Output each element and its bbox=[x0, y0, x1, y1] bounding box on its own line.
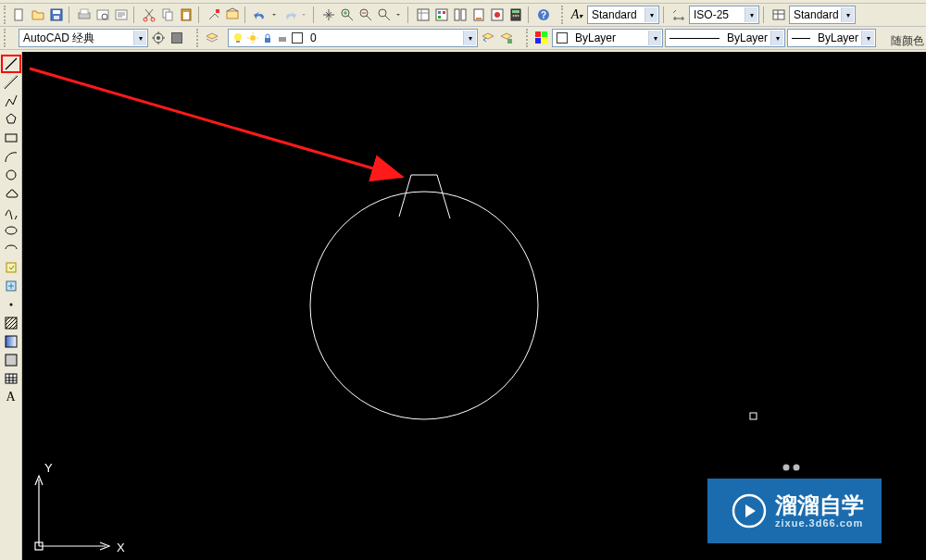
paste-icon[interactable] bbox=[178, 6, 194, 23]
zoom-dropdown-icon[interactable] bbox=[394, 6, 404, 23]
revcloud-tool[interactable] bbox=[2, 185, 20, 202]
svg-rect-32 bbox=[512, 10, 519, 13]
layer-properties-icon[interactable] bbox=[204, 30, 220, 46]
svg-rect-49 bbox=[535, 31, 541, 37]
save-icon[interactable] bbox=[48, 6, 65, 23]
workspace-select[interactable]: AutoCAD 经典▾ bbox=[19, 29, 148, 47]
svg-point-57 bbox=[6, 170, 16, 180]
drawing-canvas[interactable]: Y X 溜溜自学 zixue.3d66.com bbox=[22, 52, 926, 560]
tool-palettes-icon[interactable] bbox=[452, 6, 469, 23]
plot-icon[interactable] bbox=[76, 6, 93, 23]
region-tool[interactable] bbox=[2, 352, 20, 368]
color-control-icon[interactable] bbox=[533, 30, 550, 46]
svg-rect-23 bbox=[443, 11, 445, 14]
markup-icon[interactable] bbox=[489, 6, 506, 23]
layer-states-icon[interactable] bbox=[498, 30, 515, 46]
redo-dropdown-icon[interactable] bbox=[300, 6, 309, 23]
construction-line-tool[interactable] bbox=[2, 74, 20, 91]
open-file-icon[interactable] bbox=[30, 6, 46, 23]
line-tool[interactable] bbox=[2, 56, 20, 72]
linetype-select[interactable]: ByLayer▾ bbox=[665, 29, 785, 47]
grip[interactable] bbox=[196, 29, 200, 47]
cut-icon[interactable] bbox=[141, 6, 157, 23]
svg-rect-65 bbox=[6, 374, 17, 383]
lock-icon bbox=[262, 32, 273, 44]
my-workspace-icon[interactable] bbox=[169, 30, 185, 46]
properties-icon[interactable] bbox=[415, 6, 432, 23]
dim-style-select[interactable]: ISO-25▾ bbox=[689, 6, 759, 24]
gradient-tool[interactable] bbox=[2, 333, 20, 350]
ellipse-tool[interactable] bbox=[2, 222, 20, 239]
arc-tool[interactable] bbox=[2, 148, 20, 165]
quickcalc-icon[interactable] bbox=[507, 6, 524, 23]
table-style-select[interactable]: Standard▾ bbox=[789, 6, 856, 24]
match-props-icon[interactable] bbox=[206, 6, 222, 23]
ucs-x-label: X bbox=[117, 541, 125, 554]
layer-select[interactable]: 0 ▾ bbox=[228, 29, 478, 47]
grip[interactable] bbox=[4, 29, 7, 47]
ucs-icon bbox=[35, 476, 109, 550]
svg-point-19 bbox=[379, 9, 386, 17]
grip[interactable] bbox=[4, 6, 7, 24]
ellipse-arc-tool[interactable] bbox=[2, 241, 20, 257]
watermark-url: zixue.3d66.com bbox=[775, 518, 863, 529]
lightbulb-icon bbox=[232, 32, 244, 44]
polygon-tool[interactable] bbox=[2, 111, 20, 128]
text-tool[interactable]: A bbox=[2, 389, 20, 405]
svg-point-33 bbox=[513, 15, 515, 17]
spline-tool[interactable] bbox=[2, 204, 20, 220]
publish-icon[interactable] bbox=[113, 6, 130, 23]
undo-icon[interactable] bbox=[252, 6, 269, 23]
layer-previous-icon[interactable] bbox=[480, 30, 496, 46]
grip-dot bbox=[783, 465, 790, 471]
svg-rect-59 bbox=[6, 263, 16, 272]
svg-rect-16 bbox=[227, 11, 238, 19]
make-block-tool[interactable] bbox=[2, 278, 20, 294]
grip[interactable] bbox=[561, 6, 565, 24]
svg-rect-3 bbox=[54, 16, 59, 19]
svg-rect-0 bbox=[15, 9, 22, 20]
grip[interactable] bbox=[526, 29, 530, 47]
plot-preview-icon[interactable] bbox=[94, 6, 111, 23]
lineweight-select[interactable]: ByLayer▾ bbox=[787, 29, 876, 47]
insert-block-tool[interactable] bbox=[2, 259, 20, 276]
circle-tool[interactable] bbox=[2, 167, 20, 183]
svg-rect-28 bbox=[476, 18, 482, 19]
new-file-icon[interactable] bbox=[11, 6, 28, 23]
annotation-arrow bbox=[30, 68, 402, 177]
polyline-tool[interactable] bbox=[2, 93, 20, 109]
text-style-icon[interactable]: A▾ bbox=[569, 6, 585, 23]
redo-icon[interactable] bbox=[282, 6, 298, 23]
pan-icon[interactable] bbox=[320, 6, 337, 23]
line-sample-icon bbox=[669, 38, 720, 39]
help-icon[interactable]: ? bbox=[535, 6, 552, 23]
workspace-layers-toolbar: AutoCAD 经典▾ 0 ▾ ByLayer▾ ByLayer▾ ByLaye… bbox=[0, 27, 926, 50]
sheet-set-icon[interactable] bbox=[470, 6, 487, 23]
design-center-icon[interactable] bbox=[433, 6, 450, 23]
watermark-title: 溜溜自学 bbox=[775, 494, 864, 516]
dim-style-icon[interactable] bbox=[670, 6, 687, 23]
table-tool[interactable] bbox=[2, 370, 20, 387]
svg-rect-5 bbox=[81, 9, 88, 14]
rectangle-tool[interactable] bbox=[2, 130, 20, 146]
copy-icon[interactable] bbox=[159, 6, 176, 23]
table-style-icon[interactable] bbox=[770, 6, 787, 23]
point-tool[interactable] bbox=[2, 296, 20, 313]
workspace-settings-icon[interactable] bbox=[150, 30, 167, 46]
color-swatch-icon bbox=[557, 32, 568, 44]
hatch-tool[interactable] bbox=[2, 315, 20, 331]
svg-rect-42 bbox=[172, 33, 181, 43]
color-select[interactable]: ByLayer▾ bbox=[552, 29, 663, 47]
zoom-previous-icon[interactable] bbox=[376, 6, 393, 23]
svg-rect-14 bbox=[183, 12, 189, 19]
grip-dot bbox=[794, 465, 800, 471]
zoom-realtime-icon[interactable] bbox=[339, 6, 356, 23]
zoom-window-icon[interactable] bbox=[357, 6, 374, 23]
svg-rect-46 bbox=[265, 38, 270, 43]
svg-rect-24 bbox=[438, 16, 441, 19]
svg-line-54 bbox=[5, 76, 18, 89]
text-style-select[interactable]: Standard▾ bbox=[587, 6, 659, 24]
svg-rect-38 bbox=[773, 10, 784, 19]
undo-dropdown-icon[interactable] bbox=[270, 6, 280, 23]
block-editor-icon[interactable] bbox=[224, 6, 241, 23]
